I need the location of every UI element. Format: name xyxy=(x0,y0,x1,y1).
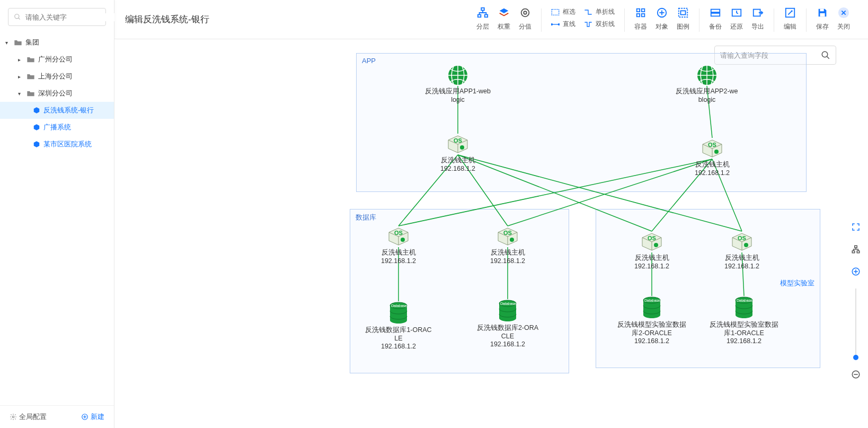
weight-button[interactable]: 权重 xyxy=(493,6,515,31)
tree-branch-shanghai[interactable]: ▸ 上海分公司 xyxy=(0,68,114,85)
svg-rect-8 xyxy=(485,15,488,18)
edit-button[interactable]: 编辑 xyxy=(780,6,801,31)
db-icon: Database xyxy=(641,296,662,321)
db-icon: Database xyxy=(733,296,755,321)
double-polyline-icon xyxy=(584,21,592,28)
os-icon: OS xyxy=(387,226,410,249)
legend-button[interactable]: 图例 xyxy=(672,6,694,31)
export-icon xyxy=(752,7,764,19)
backup-button[interactable]: 备份 xyxy=(705,6,726,31)
zoom-slider[interactable] xyxy=(855,289,856,357)
node-db2[interactable]: Database反洗钱数据库2-ORACLE192.168.1.2 xyxy=(463,299,553,349)
db-icon: Database xyxy=(497,299,518,324)
svg-point-47 xyxy=(460,145,464,150)
restore-button[interactable]: 还原 xyxy=(726,6,747,31)
folder-icon xyxy=(26,90,35,97)
polyline-icon xyxy=(584,8,592,16)
container-button[interactable]: 容器 xyxy=(630,6,651,31)
tree-item-broadcast[interactable]: 广播系统 xyxy=(0,119,114,136)
tree-root-label: 集团 xyxy=(25,38,114,47)
value-button[interactable]: 分值 xyxy=(515,6,536,31)
zoom-in-button[interactable] xyxy=(848,264,863,279)
node-host1[interactable]: OS反洗钱主机192.168.1.2 xyxy=(413,134,503,173)
tree-branch-guangzhou[interactable]: ▸ 广州分公司 xyxy=(0,51,114,68)
tree-item-hospital[interactable]: 某市区医院系统 xyxy=(0,136,114,153)
svg-rect-21 xyxy=(711,13,720,16)
box-select-icon xyxy=(551,8,560,16)
straight-line-button[interactable]: 直线 xyxy=(551,20,575,29)
svg-text:OS: OS xyxy=(503,230,512,236)
toolbar-group-edit: 编辑 xyxy=(774,6,806,34)
svg-rect-6 xyxy=(481,8,484,11)
svg-point-51 xyxy=(401,238,405,242)
node-labhost2[interactable]: OS反洗钱主机192.168.1.2 xyxy=(697,231,787,270)
node-dbhost2[interactable]: OS反洗钱主机192.168.1.2 xyxy=(463,226,553,265)
svg-rect-71 xyxy=(852,251,855,253)
sidebar-tree: ▾ 集团 ▸ 广州分公司 ▸ 上海分公司 ▾ 深圳分公司 反洗钱系统-银行 广播… xyxy=(0,34,114,405)
toolbar-group-insert: 容器 对象 图例 xyxy=(625,6,699,34)
svg-text:OS: OS xyxy=(394,230,403,236)
gear-icon xyxy=(10,413,17,421)
single-polyline-button[interactable]: 单折线 xyxy=(584,7,615,16)
sidebar-search[interactable] xyxy=(8,8,106,26)
node-host2[interactable]: OS反洗钱主机192.168.1.2 xyxy=(667,138,757,177)
svg-rect-7 xyxy=(478,15,481,18)
diagram-canvas[interactable]: APP 数据库 模型实验室 反洗钱应用APP1-weblogic反洗钱应用APP… xyxy=(114,39,868,428)
box-select-button[interactable]: 框选 xyxy=(551,7,575,16)
plus-circle-icon xyxy=(656,7,668,19)
top-bar: 编辑反洗钱系统-银行 分层 权重 分值 框选 直线 单折线 双折线 容器 xyxy=(114,0,868,39)
svg-point-13 xyxy=(551,23,553,25)
diagram-nodes: 反洗钱应用APP1-weblogic反洗钱应用APP2-weblogicOS反洗… xyxy=(114,39,868,428)
svg-text:Database: Database xyxy=(737,299,752,302)
svg-rect-18 xyxy=(679,8,688,18)
svg-text:Database: Database xyxy=(644,299,660,302)
svg-point-14 xyxy=(558,23,560,25)
page-title: 编辑反洗钱系统-银行 xyxy=(125,13,467,25)
node-labhost1[interactable]: OS反洗钱主机192.168.1.2 xyxy=(607,231,697,270)
global-config-button[interactable]: 全局配置 xyxy=(10,412,47,422)
export-button[interactable]: 导出 xyxy=(747,6,768,31)
minus-circle-icon xyxy=(851,370,861,379)
close-button[interactable]: 关闭 xyxy=(833,6,854,31)
svg-text:OS: OS xyxy=(708,142,716,148)
os-icon: OS xyxy=(640,231,663,254)
fit-button[interactable] xyxy=(848,242,863,257)
tree-root[interactable]: ▾ 集团 xyxy=(0,34,114,51)
node-db1[interactable]: Database反洗钱数据库1-ORACLE192.168.1.2 xyxy=(353,301,444,351)
tree-item-aml-bank[interactable]: 反洗钱系统-银行 xyxy=(0,102,114,119)
object-button[interactable]: 对象 xyxy=(651,6,672,31)
node-app2[interactable]: 反洗钱应用APP2-weblogic xyxy=(662,65,752,104)
svg-rect-26 xyxy=(820,13,825,16)
create-new-button[interactable]: 新建 xyxy=(81,412,104,422)
hierarchy-icon xyxy=(477,7,489,19)
save-button[interactable]: 保存 xyxy=(812,6,833,31)
double-polyline-button[interactable]: 双折线 xyxy=(584,20,615,29)
db-icon: Database xyxy=(388,301,409,326)
plus-circle-icon xyxy=(851,267,861,276)
chevron-right-icon: ▸ xyxy=(18,57,24,63)
tree-branch-shenzhen[interactable]: ▾ 深圳分公司 xyxy=(0,85,114,102)
node-labdb1[interactable]: Database反洗钱模型实验室数据库2-ORACLE192.168.1.2 xyxy=(607,296,697,346)
node-labdb2[interactable]: Database反洗钱模型实验室数据库1-ORACLE192.168.1.2 xyxy=(699,296,789,346)
chevron-down-icon: ▾ xyxy=(18,91,24,97)
node-app1[interactable]: 反洗钱应用APP1-weblogic xyxy=(413,65,503,104)
fullscreen-button[interactable] xyxy=(848,220,863,234)
zoom-out-button[interactable] xyxy=(848,367,863,382)
sidebar: ▾ 集团 ▸ 广州分公司 ▸ 上海分公司 ▾ 深圳分公司 反洗钱系统-银行 广播… xyxy=(0,0,114,428)
svg-point-9 xyxy=(521,9,529,17)
close-icon xyxy=(838,7,849,19)
sidebar-footer: 全局配置 新建 xyxy=(0,405,114,428)
os-icon: OS xyxy=(446,134,470,156)
sidebar-search-input[interactable] xyxy=(25,13,114,21)
node-dbhost1[interactable]: OS反洗钱主机192.168.1.2 xyxy=(353,226,444,265)
toolbar-group-history: 备份 还原 导出 xyxy=(699,6,774,34)
layer-button[interactable]: 分层 xyxy=(472,6,493,31)
backup-icon xyxy=(710,7,721,19)
svg-point-2 xyxy=(12,416,14,418)
folder-icon xyxy=(26,56,35,63)
plus-circle-icon xyxy=(81,413,88,421)
canvas-right-tools xyxy=(848,220,864,382)
container-icon xyxy=(635,7,646,19)
toolbar-group-select: 框选 直线 单折线 双折线 xyxy=(542,6,624,34)
zoom-thumb[interactable] xyxy=(853,355,858,360)
